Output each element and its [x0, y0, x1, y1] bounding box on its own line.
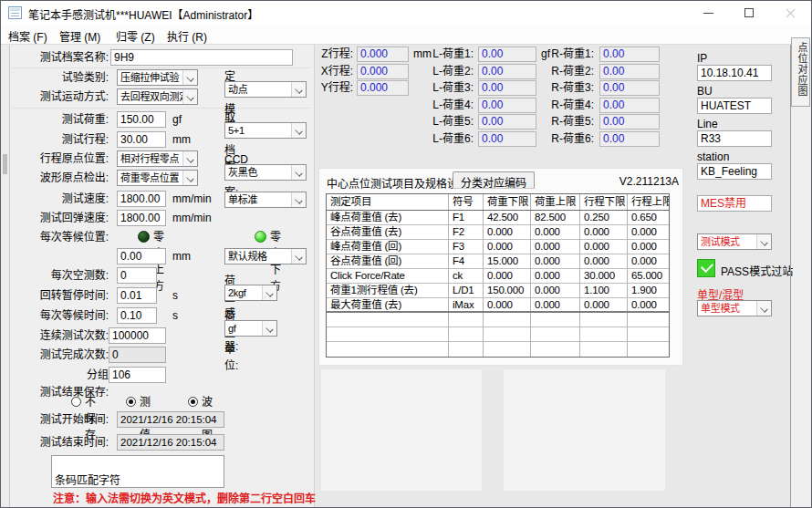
maximize-button[interactable] — [729, 1, 770, 25]
line-input[interactable]: R33 — [697, 130, 772, 147]
item-name-cell[interactable]: 峰点荷重值 (回) — [327, 240, 449, 254]
load-lower-cell[interactable] — [484, 313, 531, 327]
load-upper-cell[interactable] — [531, 313, 580, 327]
stroke-upper-cell[interactable]: 0.000 — [628, 298, 669, 311]
stroke-lower-cell[interactable]: 1.100 — [580, 284, 628, 297]
ip-input[interactable]: 10.18.10.41 — [697, 65, 772, 81]
chevron-down-icon[interactable] — [756, 234, 771, 249]
stroke-upper-cell[interactable]: 0.650 — [628, 211, 669, 224]
rebound-speed-input[interactable]: 1800.00 — [117, 210, 166, 226]
wave-origin-select[interactable]: 荷重零点位置 — [117, 170, 198, 186]
item-name-cell[interactable]: 峰点荷重值 (去) — [327, 211, 449, 224]
standard-select[interactable]: 单标准 — [224, 192, 307, 208]
test-mode-select[interactable]: 测试模式 — [697, 233, 772, 250]
menu-zero[interactable]: 归零 (Z) — [116, 28, 155, 44]
load-unit-select[interactable]: gf — [224, 320, 277, 337]
stroke-upper-cell[interactable]: 0.000 — [628, 254, 669, 268]
symbol-cell[interactable]: F1 — [449, 211, 484, 224]
group-input[interactable]: 106 — [109, 367, 166, 383]
tab-point-map[interactable]: 点位对应图 — [791, 37, 810, 107]
menu-execute[interactable]: 执行 (R) — [167, 28, 207, 44]
load-upper-cell[interactable]: 0.000 — [531, 284, 580, 297]
load-lower-cell[interactable]: 0.000 — [484, 240, 531, 254]
load-lower-cell[interactable] — [484, 327, 531, 341]
stroke-lower-cell[interactable] — [580, 313, 628, 327]
load-upper-cell[interactable]: 0.000 — [531, 240, 580, 254]
load-lower-cell[interactable]: 0.000 — [484, 298, 531, 311]
load-upper-cell[interactable] — [531, 327, 580, 341]
default-spec-select[interactable]: 默认规格 — [224, 248, 307, 264]
symbol-cell[interactable]: F4 — [449, 254, 484, 268]
waveform-radio[interactable] — [188, 397, 198, 407]
load-lower-cell[interactable]: 42.500 — [484, 211, 531, 224]
stroke-upper-cell[interactable] — [628, 313, 669, 327]
empty-tests-input[interactable]: 0 — [117, 267, 157, 284]
stroke-upper-cell[interactable] — [628, 327, 669, 341]
load-upper-cell[interactable]: 0.000 — [531, 269, 580, 283]
chevron-down-icon[interactable] — [291, 249, 306, 264]
chevron-down-icon[interactable] — [291, 192, 306, 207]
stroke-upper-cell[interactable]: 65.000 — [628, 269, 669, 283]
chevron-down-icon[interactable] — [182, 151, 197, 166]
chevron-down-icon[interactable] — [291, 165, 306, 180]
stroke-lower-cell[interactable]: 30.000 — [580, 269, 628, 283]
chevron-down-icon[interactable] — [756, 301, 771, 316]
symbol-cell[interactable] — [449, 327, 484, 341]
stroke-lower-cell[interactable] — [580, 327, 628, 341]
load-lower-cell[interactable]: 0.000 — [484, 269, 531, 283]
load-upper-cell[interactable]: 0.000 — [531, 298, 580, 311]
load-lower-cell[interactable]: 150.000 — [484, 284, 531, 297]
splitter-handle[interactable] — [3, 154, 7, 174]
load-sensor-select[interactable]: 2kgf — [224, 285, 277, 301]
symbol-cell[interactable] — [449, 313, 484, 327]
item-name-cell[interactable]: 荷重1测行程值 (去) — [327, 284, 449, 297]
pass-mode-checkbox[interactable] — [697, 259, 715, 277]
pause-time-input[interactable]: 0.01 — [117, 287, 157, 304]
load-lower-cell[interactable]: 0.000 — [484, 225, 531, 239]
chevron-down-icon[interactable] — [262, 321, 276, 336]
test-speed-input[interactable]: 1800.00 — [117, 191, 166, 207]
item-name-cell[interactable]: 最大荷重值 (去) — [327, 298, 449, 311]
minimize-button[interactable] — [688, 1, 729, 25]
item-name-cell[interactable] — [327, 313, 449, 327]
stroke-upper-cell[interactable]: 1.900 — [628, 284, 669, 297]
stroke-upper-cell[interactable]: 0.000 — [628, 225, 669, 239]
stroke-lower-cell[interactable]: 0.000 — [580, 225, 628, 239]
load-lower-cell[interactable] — [484, 342, 531, 357]
menu-manage[interactable]: 管理 (M) — [59, 28, 100, 44]
wait-offset-input[interactable]: 0.00 — [117, 248, 166, 264]
symbol-cell[interactable]: L/D1 — [449, 284, 484, 297]
item-name-cell[interactable]: 谷点荷重值 (去) — [327, 225, 449, 239]
item-name-cell[interactable]: 谷点荷重值 (回) — [327, 254, 449, 268]
item-name-cell[interactable]: Click Force/Rate — [327, 269, 449, 283]
chevron-down-icon[interactable] — [182, 171, 197, 185]
measured-radio[interactable] — [126, 397, 136, 407]
tab-classification-code[interactable]: 分类对应编码 — [453, 171, 535, 189]
symbol-cell[interactable]: F3 — [449, 240, 484, 254]
close-button[interactable] — [770, 1, 811, 25]
load-upper-cell[interactable]: 0.000 — [531, 254, 580, 268]
symbol-cell[interactable]: F2 — [449, 225, 484, 239]
item-name-cell[interactable] — [327, 327, 449, 341]
symbol-cell[interactable]: ck — [449, 269, 484, 283]
station-input[interactable]: KB_Feeling — [697, 163, 772, 180]
stroke-lower-cell[interactable]: 0.000 — [580, 254, 628, 268]
chevron-down-icon[interactable] — [262, 285, 276, 300]
ccd-file-select[interactable]: 灰黑色 — [224, 164, 307, 181]
stroke-lower-cell[interactable]: 0.000 — [580, 240, 628, 254]
symbol-cell[interactable]: iMax — [449, 298, 484, 311]
symbol-cell[interactable] — [449, 342, 484, 357]
stroke-upper-cell[interactable]: 0.000 — [628, 240, 669, 254]
model-mode-select[interactable]: 单型模式 — [697, 300, 772, 316]
load-upper-cell[interactable] — [531, 342, 580, 357]
stroke-lower-cell[interactable]: 0.000 — [580, 298, 628, 311]
stroke-lower-cell[interactable]: 0.250 — [580, 211, 628, 224]
bu-input[interactable]: HUATEST — [697, 98, 772, 114]
load-upper-cell[interactable]: 0.000 — [531, 225, 580, 239]
stroke-upper-cell[interactable] — [628, 342, 669, 357]
stroke-lower-cell[interactable] — [580, 342, 628, 357]
stroke-origin-select[interactable]: 相对行程零点 — [117, 150, 198, 167]
wait-time-input[interactable]: 0.10 — [117, 307, 157, 324]
load-lower-cell[interactable]: 15.000 — [484, 254, 531, 268]
barcode-match-input[interactable]: 条码匹配字符 — [51, 455, 224, 488]
